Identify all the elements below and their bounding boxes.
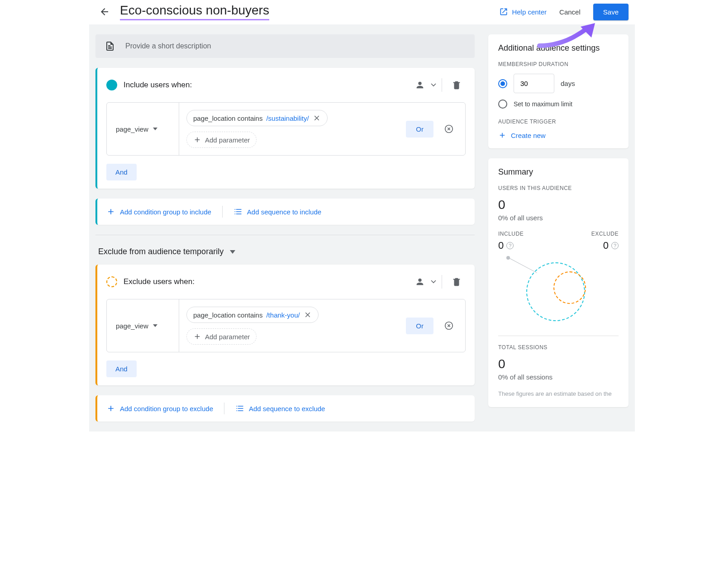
- event-name: page_view: [116, 125, 148, 133]
- chevron-down-icon: [431, 280, 436, 284]
- event-name: page_view: [116, 322, 148, 330]
- duration-days-input[interactable]: [514, 74, 554, 93]
- person-icon: [415, 80, 425, 90]
- parameter-chip[interactable]: page_location contains /sustainability/: [186, 110, 328, 126]
- include-badge-icon: [106, 80, 117, 90]
- remove-param-button[interactable]: [304, 311, 312, 319]
- chevron-down-icon: [431, 83, 436, 87]
- add-param-label: Add parameter: [205, 333, 250, 341]
- users-pct: 0% of all users: [498, 214, 619, 222]
- include-value: 0: [498, 240, 504, 251]
- help-icon[interactable]: ?: [506, 242, 514, 249]
- help-center-link[interactable]: Help center: [499, 7, 547, 16]
- and-button[interactable]: And: [106, 360, 137, 377]
- event-selector[interactable]: page_view: [107, 299, 179, 352]
- remove-condition-button[interactable]: [440, 317, 458, 335]
- exclude-condition-row: page_view page_location contains /thank-…: [106, 299, 466, 352]
- sequence-icon: [235, 404, 244, 413]
- add-include-sequence-button[interactable]: Add sequence to include: [233, 207, 321, 216]
- person-icon: [415, 277, 425, 287]
- back-button[interactable]: [95, 3, 114, 21]
- users-value: 0: [498, 198, 619, 212]
- include-condition-row: page_view page_location contains /sustai…: [106, 102, 466, 156]
- create-trigger-button[interactable]: Create new: [498, 131, 619, 139]
- add-param-label: Add parameter: [205, 136, 250, 144]
- exclude-mode-dropdown[interactable]: Exclude from audience temporarily: [95, 247, 475, 265]
- delete-group-button[interactable]: [448, 273, 466, 291]
- users-label: USERS IN THIS AUDIENCE: [498, 185, 619, 191]
- add-exclude-sequence-button[interactable]: Add sequence to exclude: [235, 404, 325, 413]
- page-title[interactable]: Eco-conscious non-buyers: [120, 3, 269, 20]
- plus-icon: [106, 207, 115, 216]
- exclude-badge-icon: [106, 276, 117, 287]
- exclude-label: EXCLUDE: [591, 231, 619, 237]
- help-center-label: Help center: [512, 8, 547, 16]
- add-include-sequence-label: Add sequence to include: [247, 208, 321, 216]
- chevron-down-icon: [153, 324, 157, 327]
- include-label: INCLUDE: [498, 231, 524, 237]
- sessions-label: TOTAL SESSIONS: [498, 344, 619, 351]
- summary-panel: Summary USERS IN THIS AUDIENCE 0 0% of a…: [488, 158, 629, 407]
- sequence-icon: [233, 207, 243, 216]
- plus-icon: [498, 131, 506, 139]
- remove-condition-button[interactable]: [440, 120, 458, 138]
- add-parameter-button[interactable]: Add parameter: [186, 132, 257, 148]
- parameter-chip[interactable]: page_location contains /thank-you/: [186, 307, 319, 323]
- add-parameter-button[interactable]: Add parameter: [186, 328, 257, 345]
- or-button[interactable]: Or: [406, 318, 433, 334]
- arrow-left-icon: [99, 6, 110, 17]
- summary-footnote: These figures are an estimate based on t…: [498, 390, 619, 398]
- chevron-down-icon: [230, 250, 235, 254]
- exclude-heading: Exclude users when:: [124, 277, 405, 286]
- trash-icon: [452, 277, 462, 287]
- delete-group-button[interactable]: [448, 76, 466, 94]
- days-unit: days: [561, 80, 575, 87]
- and-button[interactable]: And: [106, 164, 137, 180]
- description-placeholder: Provide a short description: [125, 42, 211, 50]
- max-limit-label: Set to maximum limit: [514, 100, 572, 108]
- param-text: page_location contains: [193, 114, 262, 122]
- param-value: /sustainability/: [266, 114, 309, 122]
- settings-panel: Additional audience settings MEMBERSHIP …: [488, 34, 629, 148]
- trash-icon: [452, 80, 462, 90]
- add-include-group-label: Add condition group to include: [120, 208, 211, 216]
- close-icon: [313, 114, 321, 122]
- include-heading: Include users when:: [124, 81, 405, 90]
- description-input[interactable]: Provide a short description: [95, 34, 475, 58]
- summary-title: Summary: [498, 167, 619, 177]
- scope-selector[interactable]: [411, 273, 429, 291]
- include-add-row: Add condition group to include Add seque…: [95, 199, 475, 225]
- save-button[interactable]: Save: [593, 4, 629, 20]
- close-circle-icon: [444, 124, 454, 134]
- exclude-add-row: Add condition group to exclude Add seque…: [95, 395, 475, 422]
- sessions-value: 0: [498, 357, 619, 371]
- add-include-group-button[interactable]: Add condition group to include: [106, 207, 211, 216]
- sessions-pct: 0% of all sessions: [498, 373, 619, 381]
- param-value: /thank-you/: [266, 311, 300, 319]
- duration-max-radio[interactable]: [498, 100, 507, 109]
- event-selector[interactable]: page_view: [107, 103, 179, 155]
- settings-title: Additional audience settings: [498, 43, 619, 53]
- add-exclude-group-label: Add condition group to exclude: [120, 405, 213, 413]
- audience-trigger-label: AUDIENCE TRIGGER: [498, 119, 619, 125]
- exclude-mode-label: Exclude from audience temporarily: [98, 247, 224, 256]
- help-icon[interactable]: ?: [611, 242, 619, 249]
- scope-selector[interactable]: [411, 76, 429, 94]
- plus-icon: [193, 332, 201, 341]
- include-condition-group: Include users when: page_view: [95, 68, 475, 189]
- close-icon: [304, 311, 312, 319]
- create-trigger-label: Create new: [511, 132, 546, 139]
- add-exclude-sequence-label: Add sequence to exclude: [249, 405, 325, 413]
- open-in-new-icon: [499, 7, 508, 16]
- plus-icon: [193, 136, 201, 144]
- exclude-condition-group: Exclude users when: page_view: [95, 265, 475, 385]
- param-text: page_location contains: [193, 311, 262, 319]
- cancel-button[interactable]: Cancel: [553, 5, 587, 19]
- document-icon: [105, 41, 115, 52]
- add-exclude-group-button[interactable]: Add condition group to exclude: [106, 404, 213, 413]
- close-circle-icon: [444, 321, 454, 331]
- or-button[interactable]: Or: [406, 121, 433, 138]
- remove-param-button[interactable]: [313, 114, 321, 122]
- plus-icon: [106, 404, 115, 413]
- duration-days-radio[interactable]: [498, 79, 507, 88]
